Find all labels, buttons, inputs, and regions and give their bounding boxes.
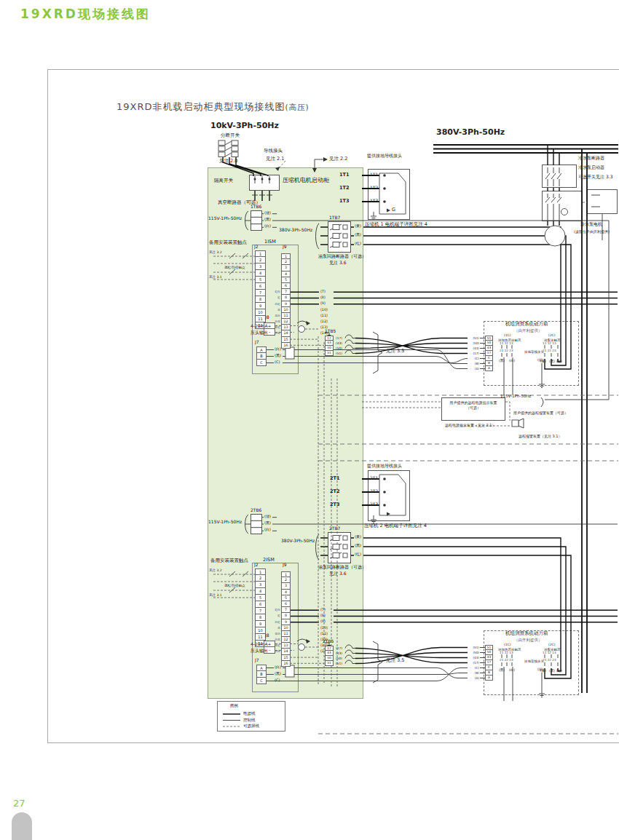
tb7b-wire-yellow: (黄) (355, 535, 361, 539)
ism2-remote-label: 远程启/停触点 (224, 584, 245, 587)
j8a-ma-label: 4-20mA (251, 324, 268, 329)
j7a-wire-black: (黑) (275, 354, 281, 358)
motor2-ground-lead-label: 提供接地导线接头 (367, 464, 402, 469)
j2-pin: 6 (255, 283, 266, 290)
lube2-sub: （由开利提供） (514, 638, 543, 642)
lube1-c2-wire-yellow: (黄) (540, 360, 546, 363)
wire-tag: (7) (320, 289, 328, 295)
lube-strip-cell: 51 (485, 336, 493, 341)
j9-pin-number: 2 (281, 577, 291, 583)
ism1-j2-label: J2 (254, 245, 259, 250)
tb5-pin: 17 (325, 336, 334, 341)
remote-power-caption: 远程电源指示装置（见注 3.1） (445, 424, 496, 428)
lube1-c1-wire-white: (白) (509, 359, 515, 362)
wire-tag: (8) (320, 295, 328, 301)
j9-pin-number: 12 (281, 637, 291, 643)
tb7a-wire-red: (红) (355, 242, 361, 246)
j9-pin-color (272, 601, 281, 607)
j9-pin-row: 红白7 (272, 607, 291, 613)
lube-wire-label: (A) (468, 366, 479, 371)
tb5a-name: 1TB5 (325, 329, 336, 334)
lube2-title: 机组润滑系统动力箱 (505, 631, 548, 636)
wire-tag: (9) (320, 301, 328, 306)
j9-pin-row: 2 (272, 577, 291, 583)
j7b-wire-white: (白) (275, 665, 281, 670)
j9-pin-row: 红8 (272, 613, 291, 619)
j9-pin-row: 5 (272, 277, 291, 283)
ism2-note-31: 见注 3.1 (209, 593, 222, 597)
lube2-c2-row2: 21 22 23 (543, 659, 556, 662)
j9-pin-number: 13 (281, 643, 291, 649)
lube1-wire-labels: (51)(50)(43)(17)(C)(B)(A) (468, 336, 479, 371)
remote-power-line2: （可选） (466, 405, 481, 410)
j7a-pins: ABC (256, 346, 267, 366)
tb5-wire-label: (43) (336, 341, 342, 346)
j9-pin-row: 红白7 (272, 289, 291, 295)
j8b-out-label: 压头输出 (251, 649, 268, 654)
j2-pin: 10 (255, 627, 266, 634)
tb5a-cells: 17435051 (325, 336, 334, 356)
j9-pin-number: 9 (281, 301, 291, 307)
j7-pin: A (256, 665, 267, 671)
j9-pin-row: 15 (272, 655, 291, 661)
j7b-pins: ABC (256, 665, 267, 684)
j2-pin: 3 (255, 582, 266, 588)
tb7a-wire-yellow: (黄) (355, 224, 361, 229)
lube-wire-label: (B) (468, 670, 479, 675)
j8a-label: J8 (265, 315, 269, 320)
remote-power-line1: 用户提供的远程电源指示装置 (450, 400, 497, 405)
wire-tag: (9) (320, 619, 328, 625)
j9-pin-color (272, 577, 281, 583)
lube-wire-label: (17) (468, 351, 479, 356)
j9-pin-row: 3 (272, 265, 291, 271)
legend-opt-label: 可选择线 (243, 724, 259, 728)
lube2-c2-wire-black: (黑) (549, 669, 555, 673)
motor2-term2: 2T2 (370, 489, 378, 494)
motor2-caption: 压缩机 2 电机端子详图见注 4 (364, 523, 427, 528)
j2-pin: 3 (255, 264, 266, 270)
j7-pin: A (256, 346, 267, 353)
j2-pin: 8 (255, 296, 266, 303)
lube-strip-cell: A (485, 675, 493, 681)
ism1-j2-strip: 123456789101112 (255, 250, 266, 329)
lube1-c2-row1: 11 12 13 (543, 342, 556, 346)
j9-pin-number: 8 (281, 295, 291, 301)
j9-pin-row: 6 (272, 283, 291, 289)
j9-pin-number: 15 (281, 337, 291, 343)
tb7b-wire-black: (黑) (355, 544, 361, 548)
lube-wire-label: (C) (468, 356, 479, 361)
tb6a-wire-black: (黑) (264, 218, 271, 222)
lube-wire-label: (51) (468, 336, 479, 341)
j9-pin-row: 3 (272, 583, 291, 589)
contact-symbols (229, 253, 248, 593)
j9-pin-color (272, 283, 281, 289)
lube-strip-cell: B (485, 361, 493, 366)
j2-pin: 7 (255, 290, 266, 296)
motor1-term1: 1T1 (370, 173, 378, 178)
j9-pin-row: 6 (272, 601, 291, 607)
tb6a-voltage: 115V-1Ph-50Hz (208, 216, 242, 221)
j7a-wire-white: (白) (275, 347, 281, 352)
j9-pin-color (272, 265, 281, 271)
j9-pin-color: 蓝 (272, 625, 281, 631)
tb7a-wire-black: (黑) (355, 233, 361, 237)
remote-power-box-text: 用户提供的远程电源指示装置 （可选） (443, 400, 504, 410)
note-2-2: 见注 2.2 (329, 156, 347, 162)
wire-tag: (10) (320, 307, 328, 313)
j9-pin-color (272, 571, 281, 577)
j9-pin-row: 蓝10 (272, 307, 291, 313)
j9-pin-row: 红8 (272, 295, 291, 301)
j9-pin-number: 5 (281, 277, 291, 283)
lube2-c1: (1C) (504, 643, 511, 646)
legend-ctrl-label: 控制线 (243, 718, 256, 722)
j9-pin-number: 16 (281, 661, 291, 667)
j9-pin-color: 蓝 (272, 307, 281, 313)
j9-pin-color: 蓝白 (272, 313, 281, 319)
note-2-1: 见注 2.1 (266, 156, 284, 162)
lube2-c1-wire-black: (黑) (499, 668, 505, 672)
j9-pin-color (272, 595, 281, 601)
lube2-c1-wire-white: (白) (509, 668, 515, 672)
legend-power-label: 电源线 (243, 711, 256, 716)
j9-pin-color (272, 337, 281, 343)
j9-pin-row: 4 (272, 590, 291, 595)
